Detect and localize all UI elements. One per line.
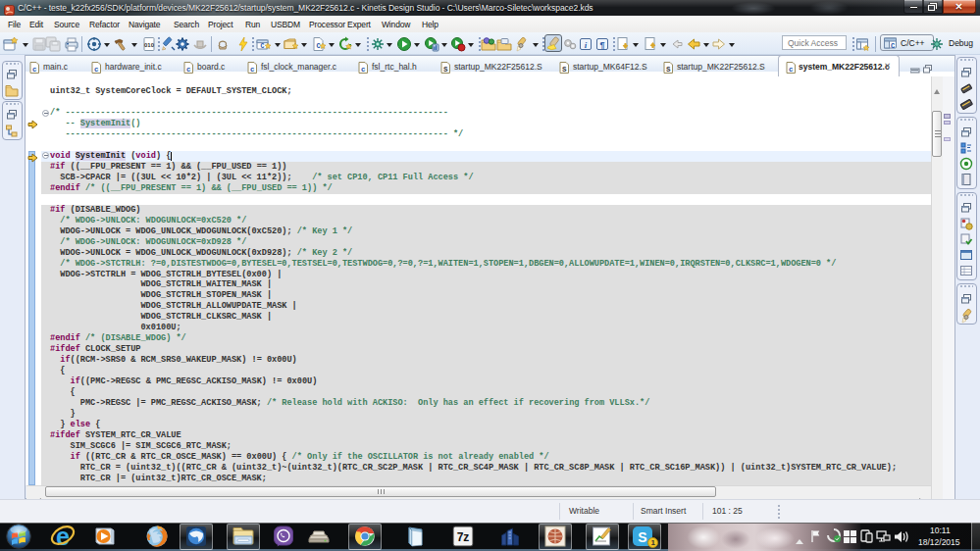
svg-text:S: S — [666, 66, 671, 74]
svg-text:010: 010 — [144, 42, 155, 48]
svg-text:C: C — [891, 42, 895, 50]
svg-text:S: S — [562, 66, 567, 74]
svg-text:c: c — [186, 66, 191, 74]
svg-text:c: c — [32, 66, 37, 74]
svg-text:c: c — [789, 66, 794, 74]
svg-text:C: C — [316, 42, 320, 50]
svg-text:c: c — [361, 66, 366, 74]
svg-text:C: C — [261, 43, 265, 50]
svg-text:¶: ¶ — [599, 40, 604, 50]
svg-text:c: c — [94, 66, 99, 74]
svg-text:7z: 7z — [457, 530, 470, 544]
svg-text:S: S — [638, 529, 646, 545]
svg-text:c: c — [250, 66, 255, 74]
svg-text:S: S — [443, 66, 448, 74]
